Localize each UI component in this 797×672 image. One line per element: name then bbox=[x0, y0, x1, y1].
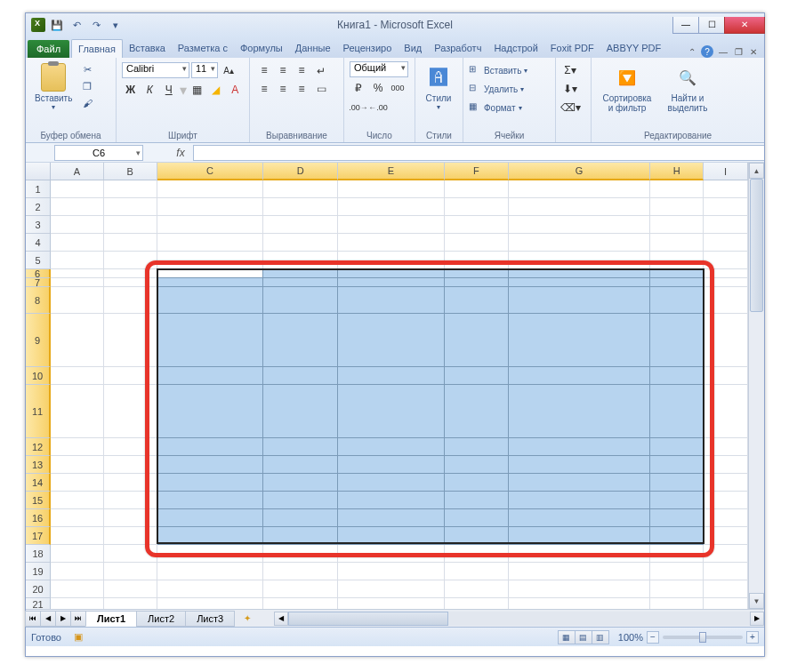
sheet-prev-icon[interactable]: ◀ bbox=[40, 611, 56, 627]
cell[interactable] bbox=[509, 509, 651, 527]
hscroll-left-icon[interactable]: ◀ bbox=[274, 612, 288, 626]
cell[interactable] bbox=[509, 492, 651, 509]
cell[interactable] bbox=[104, 198, 157, 216]
row-header-1[interactable]: 1 bbox=[26, 180, 51, 198]
cell[interactable] bbox=[104, 269, 157, 278]
align-bottom-icon[interactable]: ≡ bbox=[293, 61, 310, 79]
cell[interactable] bbox=[157, 545, 264, 563]
cell[interactable] bbox=[445, 252, 509, 269]
horizontal-scrollbar[interactable]: ◀ ▶ bbox=[274, 612, 764, 626]
cell[interactable] bbox=[650, 180, 704, 198]
cell[interactable] bbox=[704, 269, 748, 278]
thousands-icon[interactable]: 000 bbox=[389, 79, 407, 97]
cell[interactable] bbox=[650, 269, 704, 278]
macro-record-icon[interactable]: ▣ bbox=[70, 629, 86, 645]
cell[interactable] bbox=[650, 492, 704, 509]
minimize-button[interactable]: — bbox=[672, 17, 699, 34]
align-top-icon[interactable]: ≡ bbox=[255, 61, 273, 79]
tab-вид[interactable]: Вид bbox=[398, 39, 428, 58]
cell[interactable] bbox=[445, 545, 509, 563]
hscroll-thumb[interactable] bbox=[288, 612, 448, 626]
cell[interactable] bbox=[650, 580, 704, 598]
cell[interactable] bbox=[509, 278, 651, 287]
cell[interactable] bbox=[704, 314, 748, 367]
font-name-select[interactable]: Calibri bbox=[122, 62, 189, 78]
sheet-last-icon[interactable]: ⏭ bbox=[70, 611, 86, 627]
cell[interactable] bbox=[509, 598, 651, 609]
cell[interactable] bbox=[650, 527, 704, 545]
cell[interactable] bbox=[445, 456, 509, 474]
normal-view-icon[interactable]: ▦ bbox=[558, 630, 576, 644]
cell[interactable] bbox=[263, 563, 338, 580]
cell[interactable] bbox=[650, 367, 704, 385]
cell[interactable] bbox=[650, 438, 704, 456]
new-sheet-icon[interactable]: ✦ bbox=[238, 612, 256, 626]
cell[interactable] bbox=[104, 252, 157, 269]
cell[interactable] bbox=[338, 385, 445, 438]
row-header-16[interactable]: 16 bbox=[26, 509, 51, 527]
save-icon[interactable]: 💾 bbox=[49, 17, 65, 33]
cell[interactable] bbox=[104, 234, 157, 252]
col-header-E[interactable]: E bbox=[338, 163, 445, 180]
cell[interactable] bbox=[509, 269, 651, 278]
cell[interactable] bbox=[338, 269, 445, 278]
cell[interactable] bbox=[157, 234, 264, 252]
cell[interactable] bbox=[263, 269, 338, 278]
cell[interactable] bbox=[338, 580, 445, 598]
cell[interactable] bbox=[650, 287, 704, 314]
cell[interactable] bbox=[445, 527, 509, 545]
cell[interactable] bbox=[509, 252, 651, 269]
cell[interactable] bbox=[157, 385, 264, 438]
zoom-level[interactable]: 100% bbox=[618, 632, 643, 643]
cell[interactable] bbox=[157, 474, 264, 492]
col-header-H[interactable]: H bbox=[650, 163, 704, 180]
cell[interactable] bbox=[704, 474, 748, 492]
cell[interactable] bbox=[51, 269, 104, 278]
cell[interactable] bbox=[51, 367, 104, 385]
cell[interactable] bbox=[51, 563, 104, 580]
cell[interactable] bbox=[704, 492, 748, 509]
font-color-icon[interactable]: A bbox=[227, 81, 245, 99]
cell[interactable] bbox=[650, 198, 704, 216]
cell[interactable] bbox=[338, 438, 445, 456]
cell[interactable] bbox=[704, 287, 748, 314]
bold-button[interactable]: Ж bbox=[122, 81, 140, 99]
cell[interactable] bbox=[338, 492, 445, 509]
doc-restore-icon[interactable]: ❐ bbox=[733, 47, 745, 57]
cell[interactable] bbox=[509, 287, 651, 314]
cell[interactable] bbox=[157, 314, 264, 367]
cell[interactable] bbox=[263, 234, 338, 252]
cell[interactable] bbox=[445, 234, 509, 252]
format-cells-button[interactable]: ▦Формат▾ bbox=[469, 99, 522, 116]
row-header-10[interactable]: 10 bbox=[26, 367, 51, 385]
font-size-select[interactable]: 11 bbox=[191, 62, 218, 78]
cell[interactable] bbox=[51, 492, 104, 509]
cell[interactable] bbox=[157, 456, 264, 474]
cell[interactable] bbox=[51, 252, 104, 269]
merge-icon[interactable]: ▭ bbox=[312, 80, 330, 98]
cell[interactable] bbox=[650, 278, 704, 287]
cell[interactable] bbox=[445, 492, 509, 509]
zoom-knob[interactable] bbox=[699, 632, 706, 643]
percent-icon[interactable]: % bbox=[369, 79, 387, 97]
cell[interactable] bbox=[338, 287, 445, 314]
border-icon[interactable]: ▦ bbox=[189, 81, 206, 99]
cell[interactable] bbox=[509, 563, 651, 580]
cell[interactable] bbox=[104, 563, 157, 580]
underline-button[interactable]: Ч bbox=[160, 81, 178, 99]
currency-icon[interactable]: ₽ bbox=[350, 79, 367, 97]
cell[interactable] bbox=[104, 180, 157, 198]
cell[interactable] bbox=[445, 216, 509, 234]
cell[interactable] bbox=[51, 198, 104, 216]
cell[interactable] bbox=[157, 287, 264, 314]
cell[interactable] bbox=[704, 545, 748, 563]
cell[interactable] bbox=[338, 252, 445, 269]
sheet-first-icon[interactable]: ⏮ bbox=[25, 611, 41, 627]
zoom-slider[interactable] bbox=[663, 636, 743, 639]
select-all-corner[interactable] bbox=[26, 163, 51, 180]
align-left-icon[interactable]: ≡ bbox=[255, 80, 273, 98]
tab-рецензиро[interactable]: Рецензиро bbox=[337, 39, 398, 58]
maximize-button[interactable]: ☐ bbox=[698, 17, 725, 34]
cell[interactable] bbox=[509, 385, 651, 438]
row-header-4[interactable]: 4 bbox=[26, 234, 51, 252]
